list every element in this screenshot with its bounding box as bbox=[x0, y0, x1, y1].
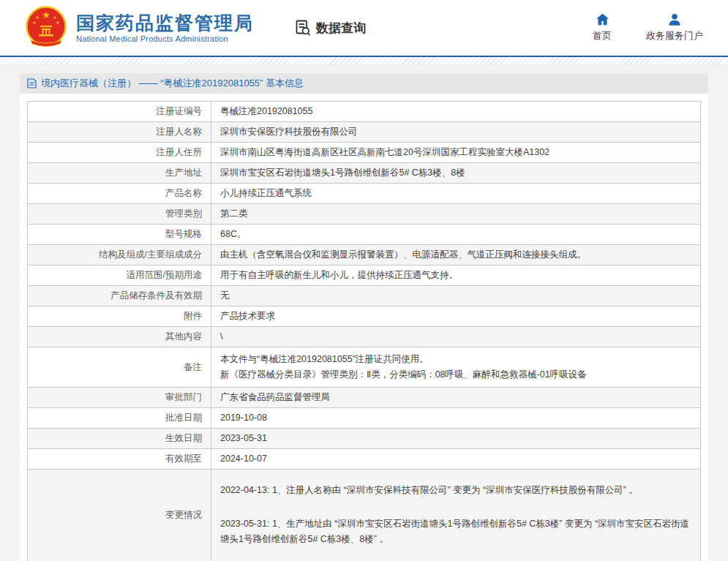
row-value: 深圳市安保医疗科技股份有限公司 bbox=[211, 122, 701, 143]
data-query-label: 数据查询 bbox=[316, 20, 366, 37]
remark-line-1: 本文件与“粤械注准20192081055”注册证共同使用。 bbox=[220, 352, 691, 367]
brand-title-en: National Medical Products Administration bbox=[76, 34, 254, 43]
svg-text:★: ★ bbox=[35, 15, 39, 20]
table-row: 注册证编号 粤械注准20192081055 bbox=[28, 102, 701, 122]
table-row: 注册人名称 深圳市安保医疗科技股份有限公司 bbox=[28, 122, 701, 143]
table-row: 其他内容 \ bbox=[28, 327, 701, 347]
table-row: 有效期至 2024-10-07 bbox=[28, 449, 701, 470]
site-header: ★ ★ ★ ★ ★ 国家药品监督管理局 National Medical Pro… bbox=[0, 0, 728, 56]
row-label: 注册人名称 bbox=[28, 122, 211, 143]
home-icon bbox=[596, 13, 609, 26]
row-value: 由主机（含空氧混合仪和监测显示报警装置）、电源适配器、气道正压阀和连接接头组成。 bbox=[211, 245, 701, 266]
table-row-remark: 备注 本文件与“粤械注准20192081055”注册证共同使用。 新《医疗器械分… bbox=[28, 347, 701, 388]
table-row: 批准日期 2019-10-08 bbox=[28, 408, 701, 429]
document-search-icon bbox=[294, 19, 312, 37]
row-value: 无 bbox=[211, 286, 701, 306]
data-query-tab[interactable]: 数据查询 bbox=[294, 19, 366, 37]
table-row: 附件 产品技术要求 bbox=[28, 306, 701, 327]
table-row: 产品储存条件及有效期 无 bbox=[28, 286, 701, 306]
row-label: 生效日期 bbox=[28, 429, 211, 449]
row-value: 68C。 bbox=[211, 225, 701, 245]
user-icon bbox=[668, 13, 681, 26]
table-row: 适用范围/预期用途 用于有自主呼吸的新生儿和小儿，提供持续正压通气支持。 bbox=[28, 266, 701, 286]
row-value: 粤械注准20192081055 bbox=[211, 102, 701, 122]
content-container: 境内医疗器械（注册） —— “粤械注准20192081055” 基本信息 注册证… bbox=[20, 73, 708, 561]
row-label: 备注 bbox=[28, 347, 211, 388]
row-value: 2019-10-08 bbox=[211, 408, 701, 429]
change-entry-2: 2023-05-31: 1、生产地址由 “深圳市宝安区石岩街道塘头1号路创维创新… bbox=[220, 516, 691, 547]
row-label: 附件 bbox=[28, 306, 211, 327]
registration-info-table: 注册证编号 粤械注准20192081055 注册人名称 深圳市安保医疗科技股份有… bbox=[27, 101, 701, 561]
table-row: 注册人住所 深圳市南山区粤海街道高新区社区高新南七道20号深圳国家工程实验室大楼… bbox=[28, 143, 701, 163]
svg-text:★: ★ bbox=[42, 10, 50, 20]
row-label: 产品名称 bbox=[28, 184, 211, 204]
row-label: 结构及组成/主要组成成分 bbox=[28, 245, 211, 266]
nav-gov-portal-label: 政务服务门户 bbox=[646, 29, 703, 42]
row-label: 审批部门 bbox=[28, 388, 211, 408]
row-label: 注册证编号 bbox=[28, 102, 211, 122]
row-value: 产品技术要求 bbox=[211, 306, 701, 327]
row-value: 本文件与“粤械注准20192081055”注册证共同使用。 新《医疗器械分类目录… bbox=[211, 347, 701, 388]
header-nav: 首页 政务服务门户 bbox=[588, 13, 708, 42]
table-row: 审批部门 广东省食品药品监督管理局 bbox=[28, 388, 701, 408]
row-value: 2022-04-13: 1、注册人名称由 “深圳市安保科技有限公司” 变更为 “… bbox=[211, 470, 701, 561]
brand-title-cn: 国家药品监督管理局 bbox=[76, 12, 254, 33]
remark-line-2: 新《医疗器械分类目录》管理类别：Ⅱ类，分类编码：08呼吸、麻醉和急救器械-01呼… bbox=[220, 367, 691, 383]
row-value: 第二类 bbox=[211, 204, 701, 225]
row-value: \ bbox=[211, 327, 701, 347]
svg-text:★: ★ bbox=[56, 20, 59, 25]
brand-text: 国家药品监督管理局 National Medical Products Admi… bbox=[76, 12, 254, 43]
document-icon bbox=[27, 78, 37, 89]
page-title: 境内医疗器械（注册） —— “粤械注准20192081055” 基本信息 bbox=[41, 77, 304, 90]
row-label: 变更情况 bbox=[28, 470, 211, 561]
table-row: 产品名称 小儿持续正压通气系统 bbox=[28, 184, 701, 204]
row-value: 2023-05-31 bbox=[211, 429, 701, 449]
table-row: 生效日期 2023-05-31 bbox=[28, 429, 701, 449]
row-value: 2024-10-07 bbox=[211, 449, 701, 470]
table-row: 管理类别 第二类 bbox=[28, 204, 701, 225]
row-label: 型号规格 bbox=[28, 225, 211, 245]
nav-home-label: 首页 bbox=[593, 29, 612, 42]
row-label: 其他内容 bbox=[28, 327, 211, 347]
row-label: 注册人住所 bbox=[28, 143, 211, 163]
info-panel: 注册证编号 粤械注准20192081055 注册人名称 深圳市安保医疗科技股份有… bbox=[20, 94, 708, 561]
change-entry-1: 2022-04-13: 1、注册人名称由 “深圳市安保科技有限公司” 变更为 “… bbox=[220, 483, 691, 498]
table-row: 结构及组成/主要组成成分 由主机（含空氧混合仪和监测显示报警装置）、电源适配器、… bbox=[28, 245, 701, 266]
table-row: 型号规格 68C。 bbox=[28, 225, 701, 245]
row-label: 管理类别 bbox=[28, 204, 211, 225]
table-row: 生产地址 深圳市宝安区石岩街道塘头1号路创维创新谷5# C栋3楼、8楼 bbox=[28, 163, 701, 184]
row-label: 适用范围/预期用途 bbox=[28, 266, 211, 286]
row-label: 有效期至 bbox=[28, 449, 211, 470]
row-label: 产品储存条件及有效期 bbox=[28, 286, 211, 306]
row-value: 深圳市宝安区石岩街道塘头1号路创维创新谷5# C栋3楼、8楼 bbox=[211, 163, 701, 184]
site-logo-link[interactable]: ★ ★ ★ ★ ★ 国家药品监督管理局 National Medical Pro… bbox=[23, 6, 254, 50]
svg-text:★: ★ bbox=[53, 15, 56, 20]
row-label: 批准日期 bbox=[28, 408, 211, 429]
table-row-change-history: 变更情况 2022-04-13: 1、注册人名称由 “深圳市安保科技有限公司” … bbox=[28, 470, 701, 561]
row-value: 用于有自主呼吸的新生儿和小儿，提供持续正压通气支持。 bbox=[211, 266, 701, 286]
row-value: 小儿持续正压通气系统 bbox=[211, 184, 701, 204]
row-value: 深圳市南山区粤海街道高新区社区高新南七道20号深圳国家工程实验室大楼A1302 bbox=[211, 143, 701, 163]
header-stripe-band bbox=[0, 57, 728, 65]
row-value: 广东省食品药品监督管理局 bbox=[211, 388, 701, 408]
row-label: 生产地址 bbox=[28, 163, 211, 184]
national-emblem-logo: ★ ★ ★ ★ ★ bbox=[23, 6, 69, 50]
svg-text:★: ★ bbox=[32, 20, 36, 25]
nav-gov-portal[interactable]: 政务服务门户 bbox=[646, 13, 703, 42]
page-title-bar: 境内医疗器械（注册） —— “粤械注准20192081055” 基本信息 bbox=[20, 73, 708, 94]
nav-home[interactable]: 首页 bbox=[588, 13, 617, 42]
